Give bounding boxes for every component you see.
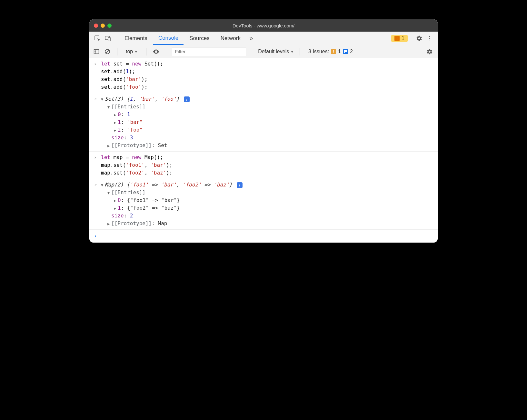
chevron-down-icon: ▼ [134, 50, 138, 54]
console-input-row[interactable]: let map = new Map(); map.set('foo1', 'ba… [89, 152, 438, 179]
context-label: top [126, 49, 133, 55]
entry-key: 2 [118, 127, 121, 133]
separator [411, 35, 411, 42]
entry-key: 0 [118, 111, 121, 117]
separator [252, 48, 252, 55]
set-val-0: 1 [130, 96, 133, 102]
entry-val: "foo" [127, 127, 143, 133]
maximize-window-button[interactable] [107, 24, 112, 28]
issues-info-count: 2 [350, 49, 353, 55]
titlebar: DevTools - www.google.com/ [89, 19, 438, 32]
map-result: Map(2) {'foo1' => 'bar', 'foo2' => 'baz'… [101, 181, 433, 227]
tab-console[interactable]: Console [153, 32, 184, 45]
map-v1: 'baz' [214, 182, 229, 188]
output-chevron-icon [94, 181, 101, 227]
devtools-window: DevTools - www.google.com/ Elements Cons… [89, 19, 438, 243]
console-settings-gear-icon[interactable] [425, 48, 434, 55]
settings-gear-icon[interactable] [414, 35, 424, 42]
map-k1: 'foo2' [183, 182, 201, 188]
log-levels-selector[interactable]: Default levels ▼ [258, 49, 294, 55]
disclosure-triangle-icon[interactable] [107, 221, 111, 227]
warnings-count: 1 [402, 35, 404, 41]
warnings-badge[interactable]: ! 1 [391, 35, 408, 42]
chevron-down-icon: ▼ [290, 50, 294, 54]
map-v0: 'bar' [161, 182, 176, 188]
proto-label: [[Prototype]] [111, 220, 152, 226]
tab-elements[interactable]: Elements [119, 32, 153, 45]
size-val: 2 [130, 213, 133, 219]
arrow: => [201, 182, 214, 188]
entry-val: "bar" [127, 119, 143, 125]
separator [146, 48, 146, 55]
proto-val: Map [158, 220, 167, 226]
disclosure-triangle-icon[interactable] [114, 205, 118, 211]
info-chat-icon [343, 49, 348, 54]
console-output-row[interactable]: Map(2) {'foo1' => 'bar', 'foo2' => 'baz'… [89, 179, 438, 230]
arrow: => [148, 182, 161, 188]
issues-warn-count: 1 [338, 49, 341, 55]
code-set: let set = new Set(); set.add(1); set.add… [101, 60, 433, 91]
disclosure-triangle-icon[interactable] [114, 112, 118, 118]
main-tabs: Elements Console Sources Network » ! 1 ⋮ [89, 32, 438, 45]
filter-input[interactable] [172, 47, 246, 56]
set-val-1: 'bar' [139, 96, 154, 102]
disclosure-triangle-icon[interactable] [101, 96, 105, 102]
device-toolbar-icon[interactable] [103, 34, 113, 43]
input-chevron-icon [94, 60, 101, 91]
disclosure-triangle-icon[interactable] [114, 127, 118, 133]
disclosure-triangle-icon[interactable] [114, 120, 118, 125]
console-output-row[interactable]: Set(3) {1, 'bar', 'foo'} i [[Entries]] 0… [89, 93, 438, 152]
separator [117, 48, 117, 55]
svg-rect-2 [108, 37, 110, 41]
execution-context-selector[interactable]: top ▼ [123, 49, 140, 55]
console-input-row[interactable]: let set = new Set(); set.add(1); set.add… [89, 58, 438, 93]
clear-console-icon[interactable] [104, 48, 111, 55]
info-icon[interactable]: i [237, 182, 243, 188]
inspect-element-icon[interactable] [93, 34, 102, 43]
size-label: size [111, 213, 124, 219]
entry-key: 1 [118, 119, 121, 125]
disclosure-triangle-icon[interactable] [101, 182, 105, 188]
tab-sources[interactable]: Sources [184, 32, 214, 45]
disclosure-triangle-icon[interactable] [107, 104, 111, 110]
map-summary-suffix: } [229, 182, 232, 188]
issues-label: 3 Issues: [308, 49, 329, 55]
size-val: 3 [130, 135, 133, 141]
size-label: size [111, 135, 124, 141]
proto-val: Set [158, 142, 167, 148]
minimize-window-button[interactable] [101, 24, 105, 28]
entries-label: [[Entries]] [111, 104, 145, 110]
input-chevron-icon [94, 154, 101, 177]
exclamation-icon: ! [394, 36, 400, 41]
disclosure-triangle-icon[interactable] [107, 190, 111, 196]
set-result: Set(3) {1, 'bar', 'foo'} i [[Entries]] 0… [101, 95, 433, 149]
live-expression-eye-icon[interactable] [152, 48, 160, 55]
map-k0: 'foo1' [130, 182, 148, 188]
close-window-button[interactable] [94, 24, 98, 28]
output-chevron-icon [94, 95, 101, 149]
issues-button[interactable]: 3 Issues: ! 1 2 [306, 49, 355, 55]
disclosure-triangle-icon[interactable] [107, 143, 111, 149]
console-toolbar: top ▼ Default levels ▼ 3 Issues: ! 1 2 [89, 45, 438, 58]
set-summary-prefix: Set(3) { [105, 96, 130, 102]
traffic-lights [94, 24, 112, 28]
set-val-2: 'foo' [161, 96, 176, 102]
tab-network[interactable]: Network [215, 32, 246, 45]
separator [300, 48, 300, 55]
info-icon[interactable]: i [184, 96, 190, 102]
console-output: let set = new Set(); set.add(1); set.add… [89, 58, 438, 243]
disclosure-triangle-icon[interactable] [114, 198, 118, 204]
more-tabs-icon[interactable]: » [246, 34, 256, 43]
separator [116, 35, 116, 42]
entry-val: {"foo1" => "bar"} [127, 197, 180, 203]
exclamation-icon: ! [331, 49, 336, 54]
set-summary-suffix: } [176, 96, 180, 102]
kebab-menu-icon[interactable]: ⋮ [425, 35, 434, 42]
levels-label: Default levels [258, 49, 289, 55]
proto-label: [[Prototype]] [111, 142, 152, 148]
sidebar-toggle-icon[interactable] [93, 48, 100, 55]
entry-val: {"foo2" => "baz"} [127, 205, 180, 211]
entry-val: 1 [127, 111, 130, 117]
entries-label: [[Entries]] [111, 189, 145, 195]
console-prompt[interactable]: › [89, 230, 438, 243]
